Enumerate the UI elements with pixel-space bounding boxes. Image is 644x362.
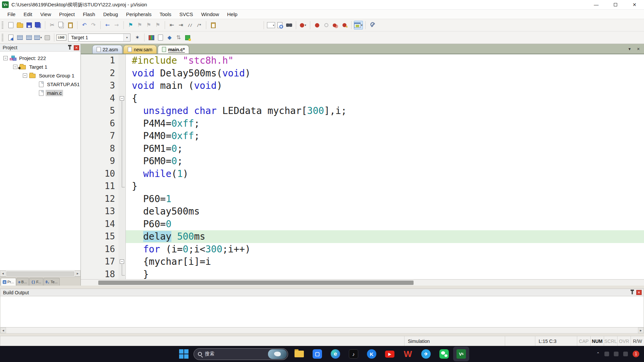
tray-icon[interactable]	[604, 352, 609, 356]
options-for-target-button[interactable]: ✶	[133, 33, 142, 42]
templates-page-tab[interactable]: 0,Te...	[44, 278, 60, 286]
minimize-button[interactable]: —	[587, 0, 606, 9]
toggle-bookmark-button[interactable]: ⚑	[126, 21, 135, 29]
editor-tab-main-c-[interactable]: main.c*	[158, 45, 189, 54]
paste-button[interactable]	[66, 21, 75, 29]
open-file-button[interactable]	[15, 21, 24, 29]
scroll-right-icon[interactable]: ►	[75, 270, 80, 277]
tree-item-source-group-1[interactable]: −Source Group 1	[0, 71, 80, 80]
taskbar-app-wechat[interactable]	[435, 346, 453, 362]
close-button[interactable]: ✕	[625, 0, 644, 9]
scroll-left-icon[interactable]: ◄	[0, 270, 6, 277]
code-line-10[interactable]: 10 while(1)	[81, 168, 644, 180]
taskbar-app-app-k[interactable]: K	[363, 346, 381, 362]
redo-button[interactable]: ↷	[89, 21, 98, 29]
editor-tab-new-sam[interactable]: new.sam	[123, 45, 157, 54]
comment-button[interactable]: //	[185, 21, 195, 29]
clear-bookmarks-button[interactable]: ⚑	[153, 21, 162, 29]
build-output-content[interactable]	[0, 296, 644, 327]
tree-item-project-222[interactable]: −Project: 222	[0, 54, 80, 62]
configuration-wizard-button[interactable]	[209, 21, 218, 29]
code-editor[interactable]: 1#include "stc8h.h"2void Delay500ms(void…	[81, 54, 644, 279]
download-to-flash-button[interactable]: LOAD	[57, 33, 66, 42]
menu-item-view[interactable]: View	[36, 10, 55, 18]
code-line-16[interactable]: 16 for (i=0;i<300;i++)	[81, 243, 644, 256]
menu-item-flash[interactable]: Flash	[79, 10, 99, 18]
fold-collapse-icon[interactable]: −	[120, 259, 124, 264]
find-button[interactable]	[284, 21, 293, 29]
scroll-left-icon[interactable]: ◄	[0, 327, 6, 333]
menu-item-help[interactable]: Help	[223, 10, 241, 18]
save-button[interactable]	[24, 21, 34, 29]
uncomment-button[interactable]: /*	[195, 21, 204, 29]
tree-item-target-1[interactable]: −Target 1	[0, 62, 80, 71]
functions-page-tab[interactable]: {}F...	[29, 278, 43, 286]
taskbar-app-microsoft-store[interactable]: ▢	[308, 346, 326, 362]
code-line-8[interactable]: 8 P6M1=0;	[81, 142, 644, 155]
books-page-tab[interactable]: ⊕B...	[16, 278, 29, 286]
find-text-combo-button[interactable]: ▾	[266, 21, 275, 29]
taskbar-app-messenger-app[interactable]: ✈	[417, 346, 435, 362]
code-line-11[interactable]: 11}	[81, 180, 644, 193]
taskbar-app-keil-uvision[interactable]: V5	[453, 347, 469, 361]
pin-panel-button[interactable]	[67, 45, 73, 51]
code-line-9[interactable]: 9 P6M0=0;	[81, 155, 644, 168]
manage-project-items-button[interactable]	[147, 33, 156, 42]
code-line-1[interactable]: 1#include "stc8h.h"	[81, 54, 644, 67]
save-all-button[interactable]	[34, 21, 43, 29]
tree-expander-icon[interactable]: −	[3, 56, 8, 60]
code-line-15[interactable]: 15 delay 500ms	[81, 230, 644, 243]
build-output-hscrollbar[interactable]: ◄ ►	[0, 327, 644, 334]
menu-item-tools[interactable]: Tools	[156, 10, 175, 18]
tab-list-dropdown-icon[interactable]: ▼	[627, 46, 633, 52]
start-button[interactable]	[179, 349, 189, 359]
taskbar-app-file-explorer[interactable]	[290, 346, 308, 362]
project-panel-hscrollbar[interactable]: ◄ ►	[0, 270, 80, 277]
menu-item-debug[interactable]: Debug	[99, 10, 122, 18]
find-in-files-button[interactable]	[275, 21, 284, 29]
configure-tools-button[interactable]	[368, 21, 377, 29]
close-panel-button[interactable]: ✕	[74, 45, 79, 50]
search-box[interactable]: 搜索	[194, 348, 288, 360]
project-page-tab[interactable]: ▤Pr...	[1, 278, 16, 286]
fold-margin[interactable]: −	[118, 92, 126, 105]
code-line-18[interactable]: 18 }	[81, 268, 644, 280]
close-document-icon[interactable]: ✕	[635, 46, 641, 52]
code-line-12[interactable]: 12 P60=1	[81, 193, 644, 205]
taskbar-app-music-app[interactable]: ♪	[344, 346, 363, 362]
editor-scroll-thumb[interactable]	[98, 281, 414, 285]
tray-expand-icon[interactable]: ⌃	[596, 352, 600, 356]
target-dialog-button[interactable]: ◆	[165, 33, 174, 42]
unindent-button[interactable]: ⇤	[167, 21, 176, 29]
next-bookmark-button[interactable]: ⚑	[144, 21, 153, 29]
tree-item-startup-a51[interactable]: STARTUP.A51	[0, 80, 80, 88]
navigate-forward-button[interactable]: →	[112, 21, 121, 29]
taskbar-app-wps-office[interactable]: W	[399, 346, 417, 362]
new-file-button[interactable]	[6, 21, 15, 29]
menu-item-edit[interactable]: Edit	[19, 10, 36, 18]
undo-button[interactable]: ↶	[80, 21, 89, 29]
menu-item-project[interactable]: Project	[55, 10, 79, 18]
search-image-thumbnail[interactable]	[268, 349, 287, 359]
stop-build-button[interactable]	[43, 33, 52, 42]
code-line-7[interactable]: 7 P4M0=0xff;	[81, 130, 644, 142]
tree-expander-icon[interactable]: −	[23, 73, 27, 78]
scroll-thumb[interactable]	[6, 272, 74, 276]
insert-remove-breakpoint-button[interactable]	[313, 21, 322, 29]
search-dropdown-button[interactable]: ▾	[299, 21, 308, 29]
file-extensions-button[interactable]	[156, 33, 165, 42]
code-line-2[interactable]: 2void Delay500ms(void)	[81, 67, 644, 80]
update-target-button[interactable]: ⇅	[174, 33, 183, 42]
disable-all-breakpoints-button[interactable]	[331, 21, 340, 29]
rebuild-button[interactable]	[24, 33, 34, 42]
editor-tab-22-asm[interactable]: 22.asm	[92, 45, 122, 54]
tray-icon[interactable]	[623, 352, 628, 356]
code-line-3[interactable]: 3void main (void)	[81, 79, 644, 92]
close-output-button[interactable]: ✕	[636, 290, 642, 295]
cut-button[interactable]: ✂	[48, 21, 57, 29]
code-line-14[interactable]: 14 P60=0	[81, 218, 644, 231]
kill-all-breakpoints-button[interactable]	[340, 21, 349, 29]
scroll-right-icon[interactable]: ►	[638, 327, 644, 333]
system-viewer-button[interactable]: ▾	[354, 21, 363, 29]
code-line-13[interactable]: 13 delay500ms	[81, 205, 644, 218]
